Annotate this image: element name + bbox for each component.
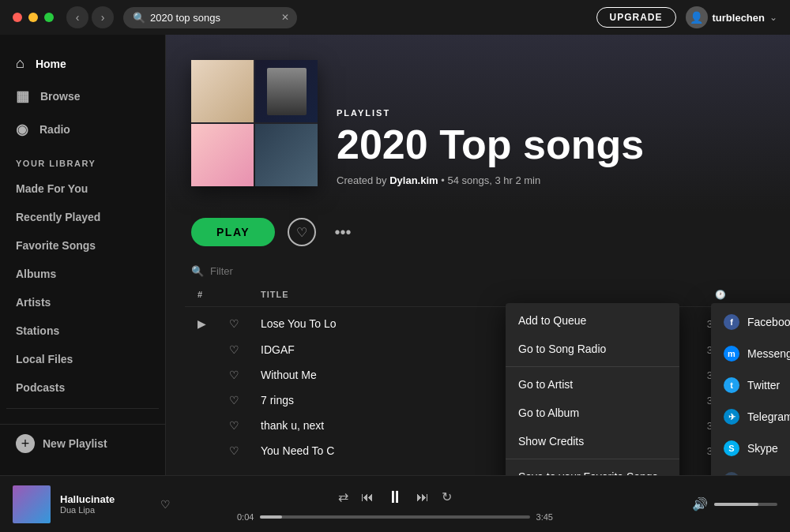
sidebar-item-podcasts[interactable]: Podcasts bbox=[6, 373, 159, 402]
share-tumblr[interactable]: t Tumblr bbox=[711, 464, 790, 475]
progress-fill bbox=[260, 515, 281, 519]
play-button[interactable]: PLAY bbox=[191, 218, 275, 246]
sidebar-item-browse[interactable]: ▦ Browse bbox=[6, 80, 159, 113]
maximize-button[interactable] bbox=[44, 13, 54, 22]
facebook-label: Facebook bbox=[747, 316, 790, 328]
play-pause-button[interactable]: ⏸ bbox=[386, 487, 404, 508]
share-twitter[interactable]: t Twitter bbox=[711, 369, 790, 401]
context-add-queue[interactable]: Add to Queue bbox=[506, 306, 679, 335]
sidebar-browse-label: Browse bbox=[40, 90, 81, 103]
sidebar-item-stations[interactable]: Stations bbox=[6, 317, 159, 345]
table-row[interactable]: ▶ ♡ Lose You To Lo 3:03 ••• bbox=[185, 310, 771, 337]
share-skype[interactable]: S Skype bbox=[711, 433, 790, 464]
share-facebook[interactable]: f Facebook bbox=[711, 306, 790, 338]
shuffle-button[interactable]: ⇄ bbox=[338, 489, 348, 504]
telegram-label: Telegram bbox=[747, 410, 790, 423]
now-playing-info: Hallucinate Dua Lipa bbox=[60, 493, 151, 515]
table-row[interactable]: ♡ You Need To C 3:03 bbox=[185, 438, 771, 463]
playlist-meta: Created by Dylan.kim • 54 songs, 3 hr 2 … bbox=[337, 174, 765, 186]
chevron-down-icon: ⌄ bbox=[769, 12, 777, 23]
track-play-icon[interactable]: ▶ bbox=[198, 317, 229, 330]
volume-fill bbox=[714, 503, 758, 506]
forward-button[interactable]: › bbox=[92, 6, 114, 28]
recently-played-label: Recently Played bbox=[16, 211, 100, 223]
user-avatar: 👤 bbox=[686, 6, 708, 28]
share-telegram[interactable]: ✈ Telegram bbox=[711, 401, 790, 433]
playlist-song-count: 54 songs, 3 hr 2 min bbox=[447, 174, 540, 186]
plus-circle-icon: + bbox=[16, 434, 35, 453]
radio-icon: ◉ bbox=[16, 121, 28, 138]
more-options-button[interactable]: ••• bbox=[329, 218, 357, 246]
sidebar-item-albums[interactable]: Albums bbox=[6, 260, 159, 288]
sidebar-item-local-files[interactable]: Local Files bbox=[6, 345, 159, 373]
tumblr-icon: t bbox=[724, 472, 739, 475]
sidebar-item-made-for-you[interactable]: Made For You bbox=[6, 174, 159, 203]
share-messenger[interactable]: m Messenger bbox=[711, 338, 790, 369]
now-playing-artist: Dua Lipa bbox=[60, 505, 151, 515]
context-save-favorite[interactable]: Save to your Favorite Songs bbox=[506, 463, 679, 475]
playlist-title: 2020 Top songs bbox=[337, 124, 765, 165]
table-row[interactable]: ♡ Without Me 3:03 bbox=[185, 362, 771, 388]
track-like-button[interactable]: ♡ bbox=[229, 394, 261, 406]
tumblr-label: Tumblr bbox=[747, 474, 781, 475]
volume-bar[interactable] bbox=[714, 503, 777, 506]
context-go-artist[interactable]: Go to Artist bbox=[506, 370, 679, 399]
filter-input[interactable] bbox=[210, 265, 343, 277]
track-like-button[interactable]: ♡ bbox=[229, 317, 261, 330]
artists-label: Artists bbox=[16, 296, 51, 309]
prev-button[interactable]: ⏮ bbox=[361, 490, 374, 504]
playlist-type-label: PLAYLIST bbox=[337, 108, 765, 118]
back-button[interactable]: ‹ bbox=[66, 6, 88, 28]
now-playing-title: Hallucinate bbox=[60, 493, 151, 505]
playback-controls: ⇄ ⏮ ⏸ ⏭ ↻ bbox=[338, 487, 452, 508]
separator-1 bbox=[506, 366, 679, 367]
table-row[interactable]: ♡ thank u, next 3:03 bbox=[185, 413, 771, 438]
sidebar-item-favorite-songs[interactable]: Favorite Songs bbox=[6, 231, 159, 260]
now-playing-cover bbox=[13, 485, 51, 523]
track-like-button[interactable]: ♡ bbox=[229, 444, 261, 457]
share-submenu: f Facebook m Messenger t Twitter ✈ Teleg… bbox=[711, 303, 790, 475]
sidebar-item-home[interactable]: ⌂ Home bbox=[6, 47, 159, 80]
minimize-button[interactable] bbox=[28, 13, 38, 22]
now-playing-center: ⇄ ⏮ ⏸ ⏭ ↻ 0:04 3:45 bbox=[171, 487, 619, 522]
table-row[interactable]: ♡ IDGAF 3:03 bbox=[185, 337, 771, 362]
track-like-button[interactable]: ♡ bbox=[229, 343, 261, 356]
sidebar-nav: ⌂ Home ▦ Browse ◉ Radio bbox=[0, 47, 165, 146]
next-button[interactable]: ⏭ bbox=[416, 490, 429, 504]
table-row[interactable]: ♡ 7 rings 3:03 bbox=[185, 388, 771, 413]
total-time: 3:45 bbox=[536, 512, 553, 522]
cover-cell-4 bbox=[255, 124, 318, 186]
playlist-controls: PLAY ♡ ••• bbox=[166, 205, 790, 259]
track-list-header: # TITLE 🕐 bbox=[185, 283, 771, 307]
now-playing-bar: Hallucinate Dua Lipa ♡ ⇄ ⏮ ⏸ ⏭ ↻ 0:04 3:… bbox=[0, 475, 790, 532]
user-area[interactable]: 👤 turblechen ⌄ bbox=[686, 6, 777, 28]
context-go-album[interactable]: Go to Album bbox=[506, 399, 679, 427]
playlist-creator: Dylan.kim bbox=[389, 174, 438, 186]
repeat-button[interactable]: ↻ bbox=[442, 489, 452, 504]
col-more bbox=[727, 290, 758, 300]
close-button[interactable] bbox=[13, 13, 22, 22]
twitter-label: Twitter bbox=[747, 379, 780, 392]
new-playlist-button[interactable]: + New Playlist bbox=[16, 434, 149, 453]
context-show-credits[interactable]: Show Credits bbox=[506, 427, 679, 455]
search-clear-icon[interactable]: ✕ bbox=[281, 12, 289, 23]
upgrade-button[interactable]: UPGRADE bbox=[596, 7, 676, 28]
home-icon: ⌂ bbox=[16, 55, 24, 72]
track-like-button[interactable]: ♡ bbox=[229, 369, 261, 381]
now-playing-left: Hallucinate Dua Lipa ♡ bbox=[13, 485, 171, 523]
track-like-button[interactable]: ♡ bbox=[229, 419, 261, 432]
local-files-label: Local Files bbox=[16, 353, 73, 365]
like-playlist-button[interactable]: ♡ bbox=[288, 218, 316, 246]
context-song-radio[interactable]: Go to Song Radio bbox=[506, 335, 679, 363]
sidebar-item-artists[interactable]: Artists bbox=[6, 288, 159, 317]
search-input[interactable] bbox=[150, 12, 276, 24]
sidebar-radio-label: Radio bbox=[40, 123, 70, 136]
sidebar-item-recently-played[interactable]: Recently Played bbox=[6, 203, 159, 231]
sidebar-item-radio[interactable]: ◉ Radio bbox=[6, 113, 159, 146]
skype-label: Skype bbox=[747, 442, 778, 455]
twitter-icon: t bbox=[724, 377, 739, 393]
now-playing-like-button[interactable]: ♡ bbox=[160, 498, 171, 511]
volume-icon: 🔊 bbox=[692, 496, 708, 511]
progress-track[interactable] bbox=[260, 515, 529, 519]
context-menu: Add to Queue Go to Song Radio Go to Arti… bbox=[506, 303, 679, 475]
